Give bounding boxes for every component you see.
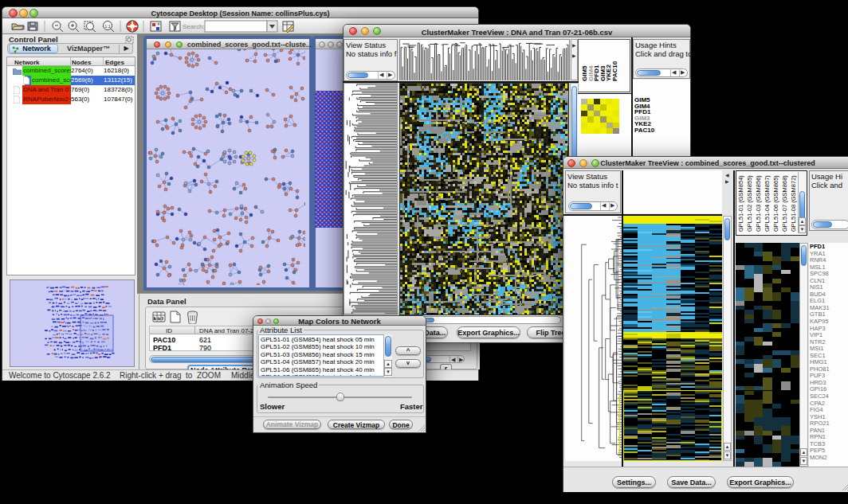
svg-text:1:1: 1:1: [105, 24, 111, 29]
svg-text:Search:: Search:: [183, 23, 205, 30]
